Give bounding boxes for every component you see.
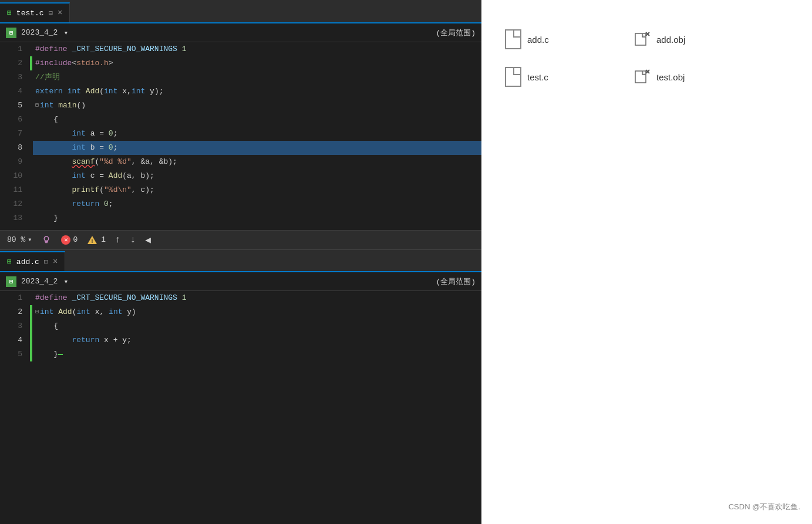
status-bar: 80 % ▾ ✕ 0 ! 1 ↑ ↓ ◀	[0, 230, 481, 249]
line-num: 6	[0, 113, 22, 127]
tab-close-button[interactable]: ×	[58, 9, 62, 17]
svg-point-0	[45, 236, 49, 241]
zoom-value: 80 %	[7, 235, 25, 244]
project-name-2: 2023_4_2	[21, 277, 58, 286]
file-name-test-c: test.c	[527, 72, 548, 82]
error-indicator[interactable]: ✕ 0	[61, 235, 78, 245]
code-line: #define _CRT_SECURE_NO_WARNINGS 1	[33, 42, 481, 56]
line-num: 13	[0, 211, 22, 225]
line-num: 11	[0, 183, 22, 197]
line-num: 12	[0, 197, 22, 211]
file-name-test-obj: test.obj	[656, 72, 685, 82]
code-line: int a = 0;	[33, 127, 481, 141]
tab-pin-icon: ⊞	[7, 8, 12, 18]
code-line: extern int Add(int x,int y);	[33, 84, 481, 99]
editor-panel: ⊞ test.c ⊟ × ⊞ 2023_4_2 ▾ (全局范围) 1 2 3 4…	[0, 0, 481, 524]
line-num: 2	[0, 305, 22, 319]
right-panel: add.c add.obj test.c	[481, 0, 812, 524]
nav-down[interactable]: ↓	[130, 235, 136, 245]
line-num: 1	[0, 291, 22, 305]
warning-indicator[interactable]: ! 1	[87, 235, 106, 245]
code-line: int c = Add(a, b);	[33, 169, 481, 183]
file-item-add-obj[interactable]: add.obj	[634, 29, 781, 49]
watermark: CSDN @不喜欢吃鱼.	[729, 502, 800, 512]
svg-rect-3	[635, 33, 646, 45]
editor-toolbar-1: ⊞ 2023_4_2 ▾ (全局范围)	[0, 23, 481, 42]
svg-text:!: !	[91, 239, 94, 245]
code-line: }	[33, 211, 481, 225]
line-num: 7	[0, 127, 22, 141]
code-content-1: 1 2 3 4 5 6 7 8 9 10 11 12 13	[0, 42, 481, 230]
tab-close-button-2[interactable]: ×	[53, 258, 58, 266]
code-line: #include<stdio.h>	[33, 56, 481, 70]
tab-name-2: add.c	[16, 258, 39, 266]
code-line: }	[33, 347, 481, 361]
code-line: ⊟int main()	[33, 99, 481, 113]
line-num: 1	[0, 42, 22, 56]
line-num: 9	[0, 155, 22, 169]
file-item-add-c[interactable]: add.c	[505, 29, 622, 49]
file-icon-test-c	[505, 67, 521, 87]
code-line: return 0;	[33, 197, 481, 211]
tab-test-c[interactable]: ⊞ test.c ⊟ ×	[0, 2, 70, 22]
code-line: {	[33, 319, 481, 333]
obj-icon-add	[634, 31, 651, 48]
code-area-add-c: 1 2 3 4 5 #define _CRT_SECURE_NO_WARNING…	[0, 291, 481, 524]
code-line: return x + y;	[33, 333, 481, 347]
tab-bar-2: ⊞ add.c ⊟ ×	[0, 249, 481, 272]
project-name-1: 2023_4_2	[21, 28, 58, 37]
line-num: 4	[0, 84, 22, 99]
zoom-dropdown[interactable]: ▾	[28, 235, 32, 244]
file-icon-add-c	[505, 29, 521, 49]
tab-pin-button[interactable]: ⊟	[49, 9, 53, 18]
code-line: #define _CRT_SECURE_NO_WARNINGS 1	[33, 291, 481, 305]
dropdown-arrow-2[interactable]: ▾	[63, 277, 68, 286]
editor-toolbar-2: ⊞ 2023_4_2 ▾ (全局范围)	[0, 272, 481, 291]
tab-bar-1: ⊞ test.c ⊟ ×	[0, 0, 481, 23]
code-line: ⊟int Add(int x, int y)	[33, 305, 481, 319]
error-count: 0	[73, 235, 78, 244]
code-area-test-c: 1 2 3 4 5 6 7 8 9 10 11 12 13	[0, 42, 481, 230]
obj-icon-test	[634, 69, 651, 85]
lightbulb-icon[interactable]	[41, 235, 52, 245]
file-item-test-obj[interactable]: test.obj	[634, 67, 781, 87]
code-content-2: 1 2 3 4 5 #define _CRT_SECURE_NO_WARNING…	[0, 291, 481, 524]
line-num: 8	[0, 141, 22, 155]
line-num: 3	[0, 70, 22, 84]
line-num: 5	[0, 99, 22, 113]
svg-rect-6	[635, 71, 646, 83]
code-line: int b = 0;	[33, 141, 481, 155]
tab-pin-button-2[interactable]: ⊟	[44, 258, 48, 266]
line-numbers-1: 1 2 3 4 5 6 7 8 9 10 11 12 13	[0, 42, 29, 230]
line-numbers-2: 1 2 3 4 5	[0, 291, 29, 524]
tab-name: test.c	[16, 9, 44, 18]
code-line: //声明	[33, 70, 481, 84]
line-num: 3	[0, 319, 22, 333]
file-grid: add.c add.obj test.c	[505, 29, 789, 87]
tab-add-c[interactable]: ⊞ add.c ⊟ ×	[0, 251, 65, 271]
file-name-add-c: add.c	[527, 35, 549, 45]
line-num: 4	[0, 333, 22, 347]
code-line: {	[33, 113, 481, 127]
dropdown-arrow-1[interactable]: ▾	[63, 28, 68, 38]
nav-up[interactable]: ↑	[115, 235, 121, 245]
code-lines-2[interactable]: #define _CRT_SECURE_NO_WARNINGS 1 ⊟int A…	[33, 291, 481, 524]
line-num: 2	[0, 56, 22, 70]
error-icon: ✕	[61, 235, 70, 245]
file-item-test-c[interactable]: test.c	[505, 67, 622, 87]
scope-label-2: (全局范围)	[436, 276, 476, 287]
nav-left[interactable]: ◀	[145, 234, 151, 246]
line-num: 10	[0, 169, 22, 183]
project-icon-2: ⊞	[6, 276, 16, 287]
warning-count: 1	[101, 235, 106, 244]
code-line: printf("%d\n", c);	[33, 183, 481, 197]
warn-icon: !	[87, 235, 97, 245]
code-lines-1[interactable]: #define _CRT_SECURE_NO_WARNINGS 1 #inclu…	[33, 42, 481, 230]
file-name-add-obj: add.obj	[656, 35, 685, 45]
tab-pin-icon-2: ⊞	[7, 257, 12, 266]
scope-label-1: (全局范围)	[436, 28, 476, 38]
line-num: 5	[0, 347, 22, 361]
code-line: scanf("%d %d", &a, &b);	[33, 155, 481, 169]
project-icon-1: ⊞	[6, 28, 16, 38]
zoom-control[interactable]: 80 % ▾	[7, 235, 32, 244]
